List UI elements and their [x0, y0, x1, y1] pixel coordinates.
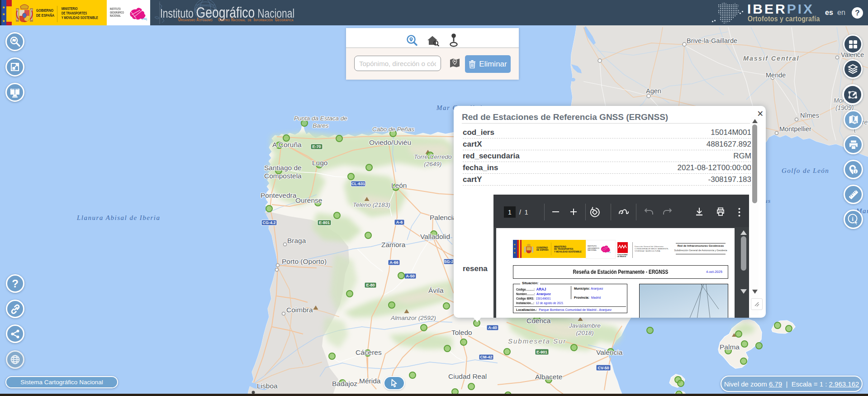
svg-text:E-80: E-80: [366, 283, 375, 287]
svg-text:CG-4.2: CG-4.2: [262, 220, 275, 225]
svg-text:CL-631: CL-631: [351, 181, 365, 186]
svg-text:SG-2: SG-2: [444, 259, 453, 264]
svg-text:CM-42: CM-42: [480, 355, 492, 359]
svg-text:cnig: cnig: [607, 251, 611, 253]
svg-text:CV-50: CV-50: [598, 366, 609, 370]
svg-text:cnig: cnig: [142, 16, 147, 21]
svg-text:A-66: A-66: [389, 260, 398, 265]
svg-text:i: i: [852, 215, 854, 222]
svg-text:A-40: A-40: [488, 325, 497, 330]
svg-text:E-801: E-801: [319, 220, 330, 225]
svg-text:E-70: E-70: [312, 144, 321, 149]
svg-text:A-50: A-50: [406, 274, 415, 278]
svg-text:E-901: E-901: [536, 350, 547, 354]
svg-text:A-6: A-6: [396, 220, 403, 224]
